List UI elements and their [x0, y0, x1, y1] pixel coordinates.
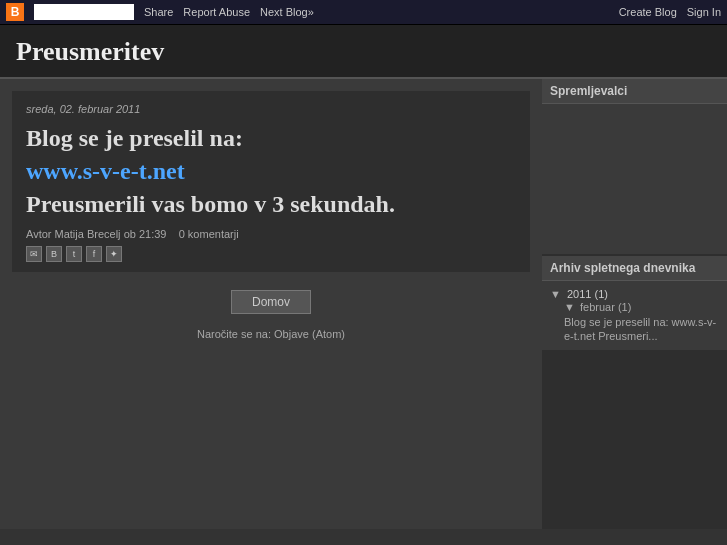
blog-title: Preusmeritev	[16, 37, 711, 67]
nav-right: Create Blog Sign In	[619, 6, 721, 18]
navbar: B Share Report Abuse Next Blog» Create B…	[0, 0, 727, 25]
post-comments[interactable]: 0 komentarji	[179, 228, 239, 240]
blogger-logo: B	[6, 3, 24, 21]
post-date: sreda, 02. februar 2011	[26, 103, 516, 115]
post-time: ob 21:39	[124, 228, 167, 240]
post-subtitle: Preusmerili vas bomo v 3 sekundah.	[26, 189, 516, 220]
sign-in-link[interactable]: Sign In	[687, 6, 721, 18]
archive-year-count: (1)	[595, 288, 608, 300]
main-layout: sreda, 02. februar 2011 Blog se je prese…	[0, 79, 727, 529]
twitter-icon[interactable]: t	[66, 246, 82, 262]
post-title: Blog se je preselil na:	[26, 123, 516, 154]
home-button[interactable]: Domov	[231, 290, 311, 314]
nav-buttons: Domov	[12, 282, 530, 322]
report-abuse-link[interactable]: Report Abuse	[183, 6, 250, 18]
post-meta: Avtor Matija Brecelj ob 21:39 0 komentar…	[26, 228, 516, 240]
subscribe-label: Naročite se na:	[197, 328, 271, 340]
followers-widget: Spremljevalci	[542, 79, 727, 254]
nav-links: Share Report Abuse Next Blog»	[144, 6, 609, 18]
search-input[interactable]	[34, 4, 134, 20]
blog-this-icon[interactable]: B	[46, 246, 62, 262]
blog-header: Preusmeritev	[0, 25, 727, 79]
followers-widget-header: Spremljevalci	[542, 79, 727, 104]
create-blog-link[interactable]: Create Blog	[619, 6, 677, 18]
sidebar: Spremljevalci Arhiv spletnega dnevnika ▼…	[542, 79, 727, 529]
month-toggle-icon: ▼	[564, 301, 575, 313]
archive-month[interactable]: ▼ februar (1)	[550, 301, 719, 313]
archive-post-link[interactable]: Blog se je preselil na: www.s-v-e-t.net …	[550, 315, 719, 344]
content-footer: Naročite se na: Objave (Atom)	[12, 322, 530, 346]
archive-widget: Arhiv spletnega dnevnika ▼ 2011 (1) ▼ fe…	[542, 256, 727, 350]
share-icon[interactable]: ✦	[106, 246, 122, 262]
blogger-logo-letter: B	[11, 6, 20, 18]
subscribe-link[interactable]: Objave (Atom)	[274, 328, 345, 340]
archive-month-label: februar	[580, 301, 615, 313]
archive-widget-body: ▼ 2011 (1) ▼ februar (1) Blog se je pres…	[542, 281, 727, 350]
archive-month-count: (1)	[618, 301, 631, 313]
post-author: Avtor Matija Brecelj	[26, 228, 121, 240]
archive-year-label: 2011	[567, 288, 591, 300]
archive-widget-header: Arhiv spletnega dnevnika	[542, 256, 727, 281]
post-link[interactable]: www.s-v-e-t.net	[26, 158, 516, 185]
share-link[interactable]: Share	[144, 6, 173, 18]
email-icon[interactable]: ✉	[26, 246, 42, 262]
archive-year[interactable]: ▼ 2011 (1)	[550, 287, 719, 301]
post-actions: ✉ B t f ✦	[26, 246, 516, 262]
followers-widget-body	[542, 104, 727, 254]
next-blog-link[interactable]: Next Blog»	[260, 6, 314, 18]
content-area: sreda, 02. februar 2011 Blog se je prese…	[0, 79, 542, 529]
post-container: sreda, 02. februar 2011 Blog se je prese…	[12, 91, 530, 272]
year-toggle-icon: ▼	[550, 288, 561, 300]
facebook-icon[interactable]: f	[86, 246, 102, 262]
